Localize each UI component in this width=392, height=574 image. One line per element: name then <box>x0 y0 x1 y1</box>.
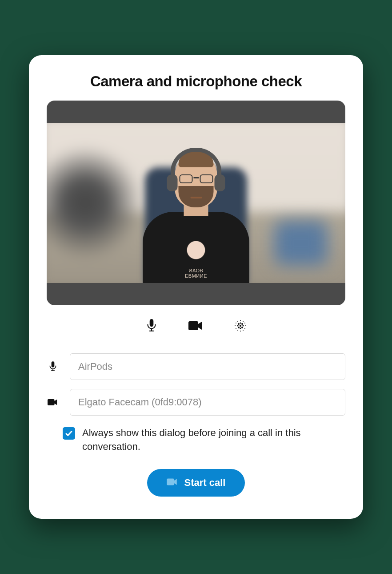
microphone-icon <box>146 319 157 334</box>
svg-point-15 <box>241 327 243 328</box>
camera-preview: ИАОB ЕВМИИЕ <box>47 101 345 305</box>
svg-point-11 <box>240 331 241 331</box>
svg-point-0 <box>240 320 241 321</box>
svg-point-4 <box>244 323 245 323</box>
microphone-select[interactable]: AirPods <box>70 353 345 380</box>
start-call-button[interactable]: Start call <box>147 469 245 497</box>
svg-point-8 <box>244 328 245 329</box>
svg-point-18 <box>237 325 238 327</box>
dialog-title: Camera and microphone check <box>47 73 345 90</box>
always-show-label: Always show this dialog before joining a… <box>82 426 345 454</box>
svg-point-13 <box>241 323 243 325</box>
toggle-mic-button[interactable] <box>143 318 160 336</box>
svg-point-5 <box>235 325 236 326</box>
svg-point-6 <box>245 325 246 326</box>
svg-point-1 <box>237 321 238 322</box>
toggle-camera-button[interactable] <box>187 318 205 336</box>
always-show-row: Always show this dialog before joining a… <box>63 426 345 454</box>
svg-point-20 <box>240 325 241 327</box>
camera-select[interactable]: Elgato Facecam (0fd9:0078) <box>70 389 345 416</box>
svg-point-16 <box>240 323 241 324</box>
camera-icon <box>188 320 204 333</box>
svg-point-17 <box>240 328 241 329</box>
svg-point-3 <box>236 323 236 323</box>
camera-preview-frame: ИАОB ЕВМИИЕ <box>47 123 345 283</box>
always-show-checkbox[interactable] <box>63 427 75 440</box>
microphone-row: AirPods <box>47 353 345 380</box>
svg-point-19 <box>242 325 244 327</box>
camera-row: Elgato Facecam (0fd9:0078) <box>47 389 345 416</box>
media-controls <box>47 318 345 336</box>
camera-icon <box>167 477 178 489</box>
start-call-label: Start call <box>184 477 226 489</box>
svg-point-2 <box>243 321 244 322</box>
svg-point-9 <box>237 330 238 331</box>
microphone-icon <box>47 361 59 372</box>
svg-point-7 <box>236 328 236 329</box>
device-check-dialog: Camera and microphone check ИАОB ЕВМИИЕ <box>29 55 363 519</box>
toggle-blur-button[interactable] <box>232 318 249 336</box>
blur-icon <box>234 319 247 334</box>
svg-point-12 <box>238 323 240 325</box>
svg-point-10 <box>243 330 244 331</box>
camera-icon <box>47 398 59 406</box>
svg-point-14 <box>238 327 240 328</box>
